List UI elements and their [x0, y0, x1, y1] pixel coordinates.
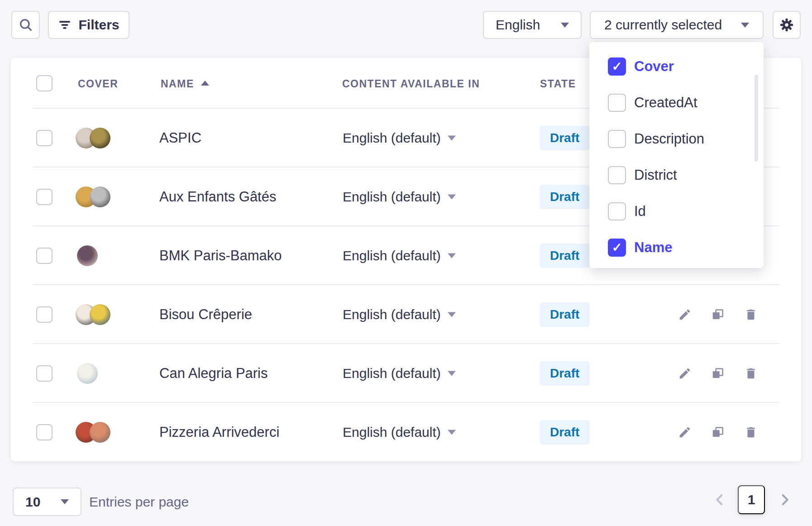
checkbox-checked-icon[interactable]: [608, 239, 626, 257]
locale-cell-value[interactable]: English (default): [343, 307, 441, 322]
column-header-name[interactable]: NAME: [161, 78, 194, 90]
page-1-button[interactable]: 1: [738, 485, 765, 514]
caret-down-icon[interactable]: [448, 253, 456, 258]
caret-down-icon[interactable]: [448, 195, 456, 200]
caret-down-icon[interactable]: [448, 136, 456, 141]
column-option-label: Cover: [634, 58, 674, 75]
edit-button[interactable]: [675, 363, 695, 383]
next-page-button[interactable]: [775, 490, 795, 510]
table-row: Can Alegria Paris English (default) Draf…: [11, 344, 801, 403]
page-number: 1: [748, 492, 755, 507]
column-option-cover[interactable]: Cover: [589, 48, 764, 85]
status-badge: Draft: [540, 420, 590, 445]
row-checkbox[interactable]: [36, 306, 53, 323]
entry-name[interactable]: Pizzeria Arrivederci: [159, 424, 279, 440]
cover-image: [90, 304, 110, 325]
cover-image: [77, 245, 98, 266]
checkbox-unchecked-icon[interactable]: [608, 202, 626, 220]
filter-icon: [58, 18, 72, 32]
sort-ascending-icon[interactable]: [201, 81, 209, 86]
entry-name[interactable]: Bisou Crêperie: [159, 306, 252, 323]
column-option-district[interactable]: District: [589, 157, 764, 193]
locale-cell-value[interactable]: English (default): [343, 425, 441, 440]
status-badge: Draft: [540, 185, 590, 209]
locale-cell-value[interactable]: English (default): [343, 366, 441, 381]
locale-cell-value[interactable]: English (default): [343, 189, 441, 205]
columns-select[interactable]: 2 currently selected: [590, 11, 764, 39]
dropdown-scrollbar[interactable]: [755, 75, 758, 162]
gear-icon: [779, 17, 794, 33]
edit-button[interactable]: [675, 305, 695, 325]
duplicate-button[interactable]: [708, 422, 728, 442]
cover-image: [77, 363, 98, 384]
caret-down-icon[interactable]: [448, 371, 456, 376]
previous-page-button[interactable]: [710, 490, 730, 510]
status-badge: Draft: [540, 361, 590, 386]
filters-button-label: Filters: [78, 17, 119, 33]
column-option-name[interactable]: Name: [589, 230, 764, 266]
table-row: Pizzeria Arrivederci English (default) D…: [11, 403, 801, 462]
delete-button[interactable]: [741, 305, 761, 325]
duplicate-button[interactable]: [708, 363, 728, 383]
delete-button[interactable]: [741, 422, 761, 442]
cover-image: [90, 186, 110, 207]
entries-per-page-value: 10: [25, 494, 40, 510]
select-all-checkbox[interactable]: [36, 75, 53, 91]
status-badge: Draft: [540, 302, 590, 327]
checkbox-unchecked-icon[interactable]: [608, 94, 626, 112]
status-badge: Draft: [540, 126, 590, 150]
entries-per-page-label: Entries per page: [89, 494, 189, 510]
status-badge: Draft: [540, 244, 590, 268]
column-option-label: CreatedAt: [634, 95, 697, 111]
edit-button[interactable]: [675, 422, 695, 442]
checkbox-unchecked-icon[interactable]: [608, 166, 626, 184]
column-option-label: District: [634, 167, 677, 183]
checkbox-unchecked-icon[interactable]: [608, 130, 626, 148]
entry-name[interactable]: ASPIC: [159, 130, 201, 146]
caret-down-icon[interactable]: [448, 430, 456, 435]
entries-per-page-select[interactable]: 10: [13, 488, 81, 516]
cover-image: [90, 422, 110, 443]
row-checkbox[interactable]: [36, 424, 53, 440]
content-manager-list-view: Filters English 2 currently selected: [0, 0, 812, 526]
locale-cell-value[interactable]: English (default): [343, 248, 441, 263]
column-option-label: Description: [634, 131, 704, 147]
checkbox-checked-icon[interactable]: [608, 57, 626, 76]
column-option-label: Id: [634, 203, 646, 220]
settings-button[interactable]: [773, 11, 801, 39]
columns-select-value: 2 currently selected: [604, 17, 722, 33]
entry-name[interactable]: BMK Paris-Bamako: [159, 248, 282, 264]
caret-down-icon: [741, 23, 749, 28]
search-button[interactable]: [11, 11, 40, 39]
chevron-right-icon: [777, 492, 793, 507]
entry-name[interactable]: Can Alegria Paris: [159, 365, 268, 382]
column-option-createdat[interactable]: CreatedAt: [589, 85, 764, 121]
locale-select[interactable]: English: [483, 11, 582, 39]
locale-select-value: English: [496, 17, 540, 33]
row-checkbox[interactable]: [36, 189, 53, 205]
entry-name[interactable]: Aux Enfants Gâtés: [159, 189, 276, 205]
caret-down-icon: [61, 499, 69, 504]
table-row: Bisou Crêperie English (default) Draft: [11, 285, 801, 344]
filters-button[interactable]: Filters: [48, 11, 129, 39]
locale-cell-value[interactable]: English (default): [343, 130, 441, 146]
search-icon: [18, 17, 33, 33]
column-header-content-available-in[interactable]: CONTENT AVAILABLE IN: [342, 78, 480, 90]
row-checkbox[interactable]: [36, 130, 53, 146]
column-option-description[interactable]: Description: [589, 121, 764, 157]
chevron-left-icon: [712, 492, 727, 507]
column-header-cover[interactable]: COVER: [78, 78, 118, 90]
delete-button[interactable]: [741, 363, 761, 383]
row-checkbox[interactable]: [36, 248, 53, 264]
column-header-state[interactable]: STATE: [540, 78, 576, 90]
column-option-id[interactable]: Id: [589, 193, 764, 230]
column-option-label: Name: [634, 239, 672, 256]
cover-image: [90, 128, 110, 148]
duplicate-button[interactable]: [708, 305, 728, 325]
column-visibility-dropdown: Cover CreatedAt Description District Id …: [589, 42, 764, 268]
caret-down-icon[interactable]: [448, 312, 456, 317]
row-checkbox[interactable]: [36, 365, 53, 382]
caret-down-icon: [561, 23, 569, 28]
